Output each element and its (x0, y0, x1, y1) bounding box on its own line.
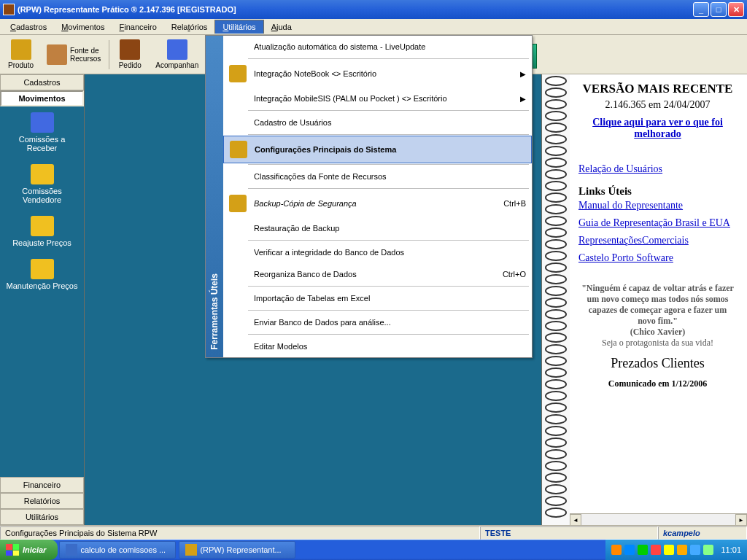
coins-icon (31, 164, 54, 184)
sidebar: Cadastros Movimentos Comissões a Receber… (0, 74, 85, 525)
dropdown-sidebar: Ferramentas Úteis (206, 36, 223, 357)
menu-bar: Cadastros Movimentos Financeiro Relatóri… (0, 19, 747, 35)
sidebar-item-reajuste-precos[interactable]: Reajuste Preços (0, 210, 84, 253)
dropdown-item-8[interactable]: Verificar a integridade do Banco de Dado… (223, 241, 532, 263)
pedido-icon (120, 39, 140, 60)
dropdown-item-1[interactable]: Integração NoteBook <> Escritório▶ (223, 60, 532, 88)
rp-link-repcom[interactable]: RepresentaçõesComerciais (578, 235, 737, 246)
dropdown-item-12[interactable]: Editar Modelos (223, 335, 532, 357)
tray-icon-7[interactable] (690, 545, 700, 555)
dropdown-item-7[interactable]: Restauração de Backup (223, 217, 532, 239)
menu-relatorios[interactable]: Relatórios (164, 20, 215, 34)
rp-link-guia[interactable]: Guia de Representação Brasil e EUA (578, 217, 737, 229)
tool-produto[interactable]: Produto (3, 36, 39, 73)
dropdown-item-5[interactable]: Classificações da Fonte de Recursos (223, 166, 532, 187)
system-tray[interactable]: 11:01 (605, 540, 747, 560)
scroll-right-icon[interactable]: ► (735, 514, 747, 525)
taskbar: Iniciar calculo de comissoes ... (RPW) R… (0, 540, 747, 560)
tray-icon-2[interactable] (624, 545, 635, 555)
sidebar-tab-financeiro[interactable]: Financeiro (0, 477, 84, 493)
taskbar-item-2[interactable]: (RPW) Representant... (179, 541, 295, 559)
dropdown-separator (248, 286, 529, 287)
dropdown-item-icon (230, 141, 247, 158)
rp-whats-new-link[interactable]: Clique aqui para ver o que foi melhorado (578, 117, 737, 140)
status-bar: Configurações Principais do Sistema RPW … (0, 525, 747, 540)
start-button[interactable]: Iniciar (0, 540, 58, 560)
dropdown-item-shortcut: Ctrl+O (503, 270, 526, 279)
dropdown-item-10[interactable]: Importação de Tabelas em Excel (223, 287, 532, 309)
app-icon (3, 4, 15, 15)
dropdown-item-label: Backup-Cópia de Segurança (254, 199, 503, 208)
dropdown-separator (248, 334, 529, 335)
sidebar-item-comissoes-receber[interactable]: Comissões a Receber (0, 106, 84, 158)
menu-ajuda[interactable]: Ajuda (264, 20, 299, 34)
horizontal-scrollbar[interactable]: ◄ ► (570, 513, 747, 525)
scroll-left-icon[interactable]: ◄ (570, 514, 581, 525)
dropdown-separator (248, 188, 529, 189)
menu-movimentos[interactable]: Movimentos (54, 20, 112, 34)
dropdown-separator (248, 58, 529, 59)
tray-icon-5[interactable] (664, 545, 674, 555)
dropdown-item-3[interactable]: Cadastro de Usuários (223, 112, 532, 133)
scroll-track[interactable] (581, 514, 735, 525)
dropdown-separator (248, 110, 529, 111)
taskbar-clock: 11:01 (721, 545, 741, 554)
rp-comm: Comunicado em 1/12/2006 (578, 378, 737, 389)
minimize-button[interactable]: _ (693, 2, 709, 17)
tool-fonte-recursos[interactable]: Fonte de Recursos (42, 36, 106, 73)
rp-link-manual[interactable]: Manual do Representante (578, 200, 737, 211)
tray-icon-4[interactable] (651, 545, 661, 555)
dropdown-item-label: Editar Modelos (254, 342, 526, 351)
dropdown-item-0[interactable]: Atualização automática do sistema - Live… (223, 36, 532, 58)
rp-version: 2.146.365 em 24/04/2007 (578, 99, 737, 111)
rp-quote-author: (Chico Xavier) (578, 327, 737, 338)
window-title: (RPW) Representante Prático ® 2.147.396 … (18, 5, 693, 14)
spiral-binding: document.write(Array.from({length:38}).m… (542, 74, 570, 525)
dropdown-item-icon (229, 338, 247, 355)
dropdown-item-icon (229, 195, 247, 212)
sidebar-tab-cadastros[interactable]: Cadastros (0, 74, 84, 90)
dropdown-item-4[interactable]: Configurações Principais do Sistema (223, 136, 532, 163)
menu-cadastros[interactable]: Cadastros (3, 20, 54, 34)
rp-clients: Prezados Clientes (578, 356, 737, 371)
maximize-button[interactable]: □ (711, 2, 727, 17)
tray-icon-8[interactable] (703, 545, 713, 555)
dropdown-item-11[interactable]: Enviar Banco de Dados para análise... (223, 311, 532, 333)
status-teste: TESTE (480, 526, 658, 540)
dropdown-item-label: Integração MobileSIS (PALM ou Pocket ) <… (254, 94, 520, 103)
tray-icon-6[interactable] (677, 545, 687, 555)
tray-icon-3[interactable] (638, 545, 648, 555)
dropdown-item-6[interactable]: Backup-Cópia de SegurançaCtrl+B (223, 190, 532, 217)
sidebar-item-comissoes-vendedor[interactable]: Comissões Vendedore (0, 158, 84, 210)
rp-quote-epilog: Seja o protagonista da sua vida! (578, 338, 737, 349)
rp-users-link[interactable]: Relação de Usuários (578, 163, 737, 175)
dropdown-item-icon (229, 265, 247, 283)
menu-financeiro[interactable]: Financeiro (112, 20, 163, 34)
tool-acompanhar[interactable]: Acompanhan (150, 36, 204, 73)
dropdown-item-label: Reorganiza Banco de Dados (254, 270, 503, 279)
dropdown-item-icon (229, 114, 247, 131)
dropdown-item-9[interactable]: Reorganiza Banco de DadosCtrl+O (223, 263, 532, 285)
dropdown-separator (248, 310, 529, 311)
dropdown-item-label: Integração NoteBook <> Escritório (254, 69, 520, 78)
dropdown-item-2[interactable]: Integração MobileSIS (PALM ou Pocket ) <… (223, 88, 532, 109)
dropdown-separator (248, 164, 529, 165)
utilitarios-dropdown: Ferramentas Úteis Atualização automática… (205, 35, 533, 358)
dropdown-item-icon (229, 38, 247, 55)
dropdown-item-icon (229, 289, 247, 307)
dropdown-item-shortcut: Ctrl+B (503, 199, 526, 208)
dropdown-separator (248, 134, 529, 135)
sidebar-tab-movimentos[interactable]: Movimentos (0, 90, 84, 106)
dropdown-item-label: Classificações da Fonte de Recursos (254, 172, 526, 181)
sidebar-item-manutencao-precos[interactable]: Manutenção Preços (0, 253, 84, 296)
dropdown-item-label: Configurações Principais do Sistema (255, 145, 525, 154)
sidebar-tab-utilitarios[interactable]: Utilitários (0, 509, 84, 525)
taskbar-item-1[interactable]: calculo de comissoes ... (59, 541, 176, 559)
rp-link-castelo[interactable]: Castelo Porto Software (578, 252, 737, 264)
rpw-icon (185, 544, 197, 556)
menu-utilitarios[interactable]: Utilitários (214, 20, 263, 34)
close-button[interactable]: ✕ (728, 2, 744, 17)
sidebar-tab-relatorios[interactable]: Relatórios (0, 493, 84, 509)
tray-icon-1[interactable] (611, 545, 622, 555)
tool-pedido[interactable]: Pedido (112, 36, 147, 73)
